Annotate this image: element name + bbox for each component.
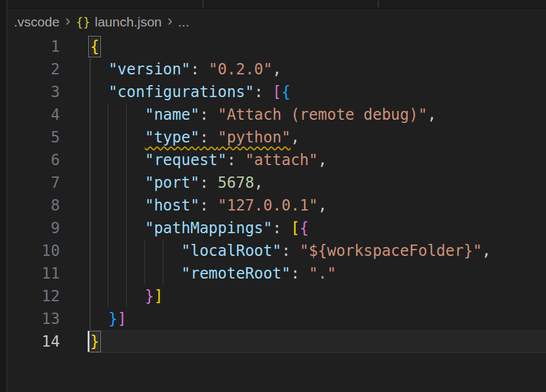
token-key: "type" [145,129,200,146]
code-text: "port": 5678, [90,171,546,194]
token-punct: : [199,197,218,214]
token-key: "pathMappings" [145,219,272,237]
breadcrumb-file[interactable]: {} launch.json [76,14,161,30]
indent-guide [163,239,164,262]
tab-bar-strip [0,0,546,9]
token-b2: [ [272,83,281,101]
indent-guide [126,126,127,149]
token-num: 5678 [218,174,254,192]
token-key: "name" [145,106,200,124]
token-b2: { [299,219,308,237]
token-str: "0.2.0" [209,61,272,78]
token-punct: : [190,61,209,78]
token-key: "host" [145,197,200,214]
code-text: "version": "0.2.0", [90,58,546,81]
token-punct: , [318,197,327,214]
code-text: "pathMappings": [{ [90,217,546,239]
code-editor[interactable]: 1{2 "version": "0.2.0",3 "configurations… [8,35,546,353]
code-line[interactable]: 4 "name": "Attach (remote debug)", [8,103,546,126]
indent-guide [108,262,109,285]
tab-separator [378,1,379,8]
line-number: 6 [8,149,60,171]
indent-guide [90,103,91,126]
token-str: "." [309,265,336,282]
indent-guide [90,194,91,217]
code-text: "localRoot": "${workspaceFolder}", [90,239,546,262]
code-line[interactable]: 12 }] [8,285,546,308]
line-number: 13 [8,308,60,330]
token-key: "localRoot" [182,242,282,260]
code-line[interactable]: 2 "version": "0.2.0", [8,58,546,81]
code-text: "name": "Attach (remote debug)", [90,103,546,126]
indent-guide [90,81,91,103]
chevron-right-icon: › [168,13,173,28]
indent-guide [90,171,91,194]
indent-guide [90,239,91,262]
token-b2: ] [117,310,126,328]
code-line[interactable]: 13 }] [8,308,546,330]
code-text: { [90,35,546,58]
indent-guide [108,171,109,194]
indent-guide [108,149,109,171]
code-text: "host": "127.0.0.1", [90,194,546,217]
token-punct: : [199,129,218,146]
code-text: } [90,330,546,353]
token-b3: } [108,310,117,328]
token-key: "remoteRoot" [182,265,291,282]
line-number: 12 [8,285,60,308]
line-number: 8 [8,194,60,217]
code-line[interactable]: 3 "configurations": [{ [8,81,546,103]
token-punct: : [199,106,218,124]
token-punct: , [427,106,436,124]
line-number: 1 [8,35,60,58]
indent-guide [126,194,127,217]
token-b1: } [90,333,99,350]
token-punct: : [291,265,309,282]
indent-guide [108,217,109,239]
token-str: "attach" [245,151,318,169]
indent-guide [163,262,164,285]
token-str: "Attach (remote debug)" [218,106,427,124]
line-number: 3 [8,81,60,103]
tab-separator [202,1,204,8]
code-line[interactable]: 6 "request": "attach", [8,149,546,171]
indent-guide [144,239,146,262]
code-line[interactable]: 1{ [8,35,546,58]
token-punct: , [291,129,299,146]
token-punct: , [482,242,491,260]
breadcrumb-symbol-placeholder[interactable]: ... [178,14,190,30]
indent-guide [90,149,91,171]
code-line[interactable]: 9 "pathMappings": [{ [8,217,546,239]
text-cursor [88,331,90,352]
code-line[interactable]: 10 "localRoot": "${workspaceFolder}", [8,239,546,262]
token-punct: , [254,174,263,192]
code-text: }] [90,308,546,330]
indent-guide [90,308,91,330]
token-key: "configurations" [108,83,254,101]
token-key: "port" [145,174,200,192]
indent-guide [90,285,91,308]
code-line[interactable]: 5 "type": "python", [8,126,546,149]
line-number: 10 [8,239,60,262]
breadcrumb: .vscode › {} launch.json › ... [8,9,189,35]
indent-guide [126,217,127,239]
code-line[interactable]: 8 "host": "127.0.0.1", [8,194,546,217]
indent-guide [90,58,91,81]
sidebar-edge-rail [0,0,8,392]
token-punct: : [272,219,291,237]
token-str: "${workspaceFolder}" [299,242,482,260]
token-punct: , [318,151,327,169]
code-line[interactable]: 14} [8,330,546,353]
line-number: 14 [8,330,60,353]
token-b1: { [90,38,99,55]
indent-guide [144,262,146,285]
code-line[interactable]: 11 "remoteRoot": "." [8,262,546,285]
code-line[interactable]: 7 "port": 5678, [8,171,546,194]
indent-guide [108,239,109,262]
indent-guide [126,285,127,308]
breadcrumb-folder[interactable]: .vscode [14,14,59,30]
indent-guide [126,171,127,194]
line-number: 2 [8,58,60,81]
token-punct: , [272,61,281,78]
code-text: "configurations": [{ [90,81,546,103]
